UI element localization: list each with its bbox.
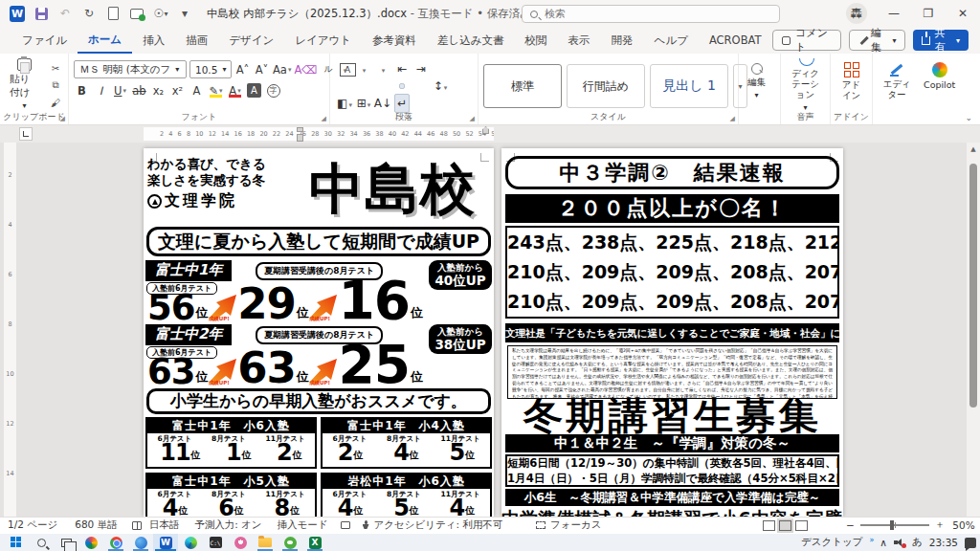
style-no-spacing[interactable]: 行間詰め [567,64,645,108]
touch-mode-icon[interactable]: ☉ ▾ [153,6,168,21]
numbered-list-icon[interactable]: ▾ [362,62,367,76]
page-indicator[interactable]: 1/2 ページ [8,518,57,532]
page-1[interactable]: わかる喜び、できる 楽しさを実感する冬 文理学院 中島校 文理に夏から入塾して短… [144,148,494,517]
tab-review[interactable]: 校閲 [515,27,558,54]
font-size-combo[interactable]: 10.5▾ [189,60,232,78]
text-effects-icon[interactable]: A [189,82,205,99]
font-name-combo[interactable]: ＭＳ 明朝 (本文のフ▾ [74,60,187,78]
character-shading-icon[interactable]: A [246,82,262,99]
proofing-icon[interactable] [131,520,144,531]
zoom-slider-thumb[interactable] [890,520,894,530]
borders-icon[interactable]: ⊞▾ [357,97,371,110]
tab-draw[interactable]: 描画 [175,27,218,54]
tab-mailings[interactable]: 差し込み文書 [427,27,515,54]
ime-indicator[interactable]: あ [912,536,923,549]
grow-font-icon[interactable]: A˄ [234,61,251,77]
minimize-button[interactable]: — [877,0,911,27]
paragraph-dialog-launcher[interactable]: ◢ [470,115,475,122]
file-explorer-icon[interactable] [253,534,278,551]
close-button[interactable]: ✕ [946,0,980,27]
save-icon[interactable] [33,6,49,21]
superscript-icon[interactable]: x² [169,82,186,99]
scroll-up-icon[interactable]: ▲ [967,143,980,156]
addins-button[interactable]: アドイン [835,58,867,110]
restore-button[interactable]: ❐ [911,0,946,27]
focus-mode[interactable]: フォーカス [550,518,601,532]
style-heading1[interactable]: 見出し 1 [650,64,728,108]
undo-icon[interactable]: ↶ [57,6,73,21]
italic-icon[interactable]: I [93,82,109,99]
browser-icon[interactable] [128,534,153,551]
page-2[interactable]: 中３学調② 結果速報 ２００点以上が〇名！ 243点、238点、225点、218… [501,148,843,517]
justify-icon[interactable] [399,83,405,89]
excel-icon[interactable]: X [302,534,327,551]
styles-dialog-launcher[interactable]: ◢ [730,115,735,122]
macro-record-icon[interactable] [340,520,352,531]
decrease-indent-icon[interactable]: ⇤ [397,62,407,76]
editor-button[interactable]: エディター [878,58,916,110]
bullet-list-icon[interactable]: ▾ [343,62,347,76]
tab-view[interactable]: 表示 [558,27,601,54]
collapse-ribbon-icon[interactable]: ⌄ [965,113,972,122]
hanging-indent-marker[interactable] [297,134,303,142]
sort-icon[interactable]: A↓ [374,97,391,110]
tab-home[interactable]: ホーム [78,27,132,54]
print-preview-icon[interactable] [105,6,121,21]
tab-help[interactable]: ヘルプ [644,27,699,54]
tab-insert[interactable]: 挿入 [132,27,175,54]
clipboard-dialog-launcher[interactable]: ◢ [60,115,65,122]
bold-icon[interactable]: B [74,82,90,99]
clock[interactable]: 23:35 [929,537,958,548]
tab-design[interactable]: デザイン [218,27,284,54]
desktop-toolbar[interactable]: デスクトップ [801,536,862,549]
tab-file[interactable]: ファイル [11,27,78,54]
green-app-icon[interactable] [278,534,302,551]
show-hidden-icons[interactable]: ∧ [880,537,887,548]
first-line-indent-marker[interactable] [297,127,303,132]
change-case-icon[interactable]: Aa▾ [273,61,291,77]
tab-acrobat[interactable]: ACROBAT [699,27,772,54]
underline-icon[interactable]: U▾ [112,82,128,99]
vertical-scrollbar[interactable]: ▲ [967,143,980,517]
word-app-icon[interactable]: W [10,6,25,21]
tab-selector[interactable] [19,127,33,141]
zoom-in-icon[interactable]: ＋ [935,518,946,532]
read-mode-icon[interactable] [763,520,775,531]
editing-button[interactable]: 編集▾ [744,58,769,110]
volume-muted-icon[interactable] [894,538,905,547]
tab-references[interactable]: 参考資料 [362,27,427,54]
subscript-icon[interactable]: x₂ [150,82,167,99]
avatar[interactable]: 轟 [846,3,867,24]
web-layout-icon[interactable] [795,520,808,531]
notification-center-icon[interactable] [965,538,976,548]
accessibility-status[interactable]: アクセシビリティ: 利用不可 [374,518,503,532]
tab-developer[interactable]: 開発 [601,27,644,54]
word-taskbar-icon[interactable]: W [153,534,178,551]
font-color-icon[interactable]: A▾ [227,82,243,99]
predictive-input-indicator[interactable]: 予測入力: オン [194,518,261,532]
task-view-icon[interactable] [54,534,78,551]
increase-indent-icon[interactable]: ⇥ [416,62,426,76]
taskbar-search-icon[interactable] [29,534,54,551]
quick-print-icon[interactable] [129,6,145,21]
edge-icon[interactable] [178,534,203,551]
zoom-out-icon[interactable]: − [846,519,855,531]
clear-formatting-icon[interactable]: A⌫ [294,61,317,77]
tab-layout[interactable]: レイアウト [284,27,362,54]
shrink-font-icon[interactable]: A˅ [254,61,270,77]
highlight-color-icon[interactable]: ✎▾ [208,82,224,99]
search-box[interactable] [522,5,780,23]
editing-mode-button[interactable]: 編集▾ [849,30,906,51]
line-spacing-icon[interactable]: ↕▾ [434,79,448,93]
search-input[interactable] [545,8,771,20]
insert-mode-indicator[interactable]: 挿入モード [278,518,328,532]
paste-button[interactable]: 貼り付け▾ [5,58,44,110]
font-dialog-launcher[interactable]: ◢ [322,115,326,122]
share-button[interactable]: 共有▾ [913,30,969,51]
comments-button[interactable]: コメント [772,30,841,51]
zoom-slider[interactable] [860,524,929,525]
cut-icon[interactable]: ✂ [48,61,63,75]
pink-app-icon[interactable] [228,534,253,551]
language-indicator[interactable]: 日本語 [149,518,180,532]
dictation-button[interactable]: ディクテーション▾ [786,58,825,110]
